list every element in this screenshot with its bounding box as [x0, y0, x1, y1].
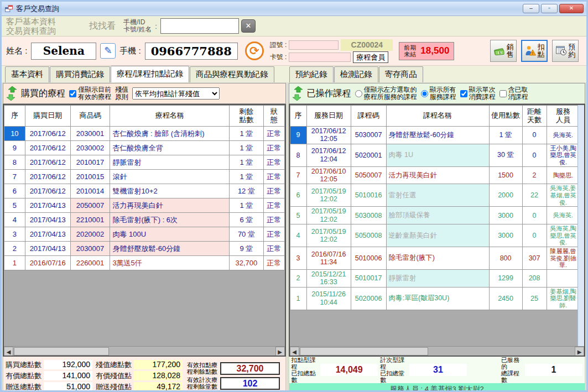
refresh-icon[interactable]: ⟳: [245, 41, 264, 60]
money-icon: $: [493, 45, 506, 57]
tab-stored-products[interactable]: 寄存商品: [379, 66, 423, 82]
total-label: 購買總點數: [6, 360, 41, 370]
residual-label: 有價殘值點: [96, 371, 132, 381]
search-bar: 客戶基本資料 交易資料查詢 找找看 手機/ID 卡號/姓名 : ✕: [2, 16, 586, 36]
purchased-courses-table: 序 購買日期 商品碼 療程名稱 剩餘 點數 狀 態 10 2017/06/12 …: [4, 105, 285, 270]
tab-product-course-changes[interactable]: 商品與療程異動紀錄: [190, 66, 274, 82]
table-row[interactable]: 1 2015/11/26 10:44 5020006 肉毒:單區(皺眉30U) …: [290, 287, 580, 310]
deducted-sessions-label: 計次型課程 已扣總堂數: [380, 357, 407, 383]
col-header-course-name: 療程名稱: [110, 106, 230, 127]
table-row[interactable]: 4 2017/04/13 2210001 除毛雷射(腋下) : 6次 6 堂 正…: [4, 213, 285, 227]
deduction-summary-row: 扣點型課程 已扣總點數 14,049 計次型課程 已扣總堂數 31 已服務的 總…: [289, 357, 585, 383]
phone-field[interactable]: [145, 43, 238, 60]
purchased-courses-panel: 購買的療程 僅顯示目前 有效的療程 殘值 原則 依平均扣點計算殘值 序 購買: [3, 83, 286, 392]
clear-search-icon[interactable]: ✕: [241, 19, 256, 33]
table-row[interactable]: 1 2016/07/16 2260001 3萬送5仟 32,700 正常: [4, 256, 285, 270]
scrollbar-thumb[interactable]: [14, 347, 109, 356]
table-row[interactable]: 8 2017/06/12 12:04 5020001 肉毒 1U 30 堂 0 …: [290, 144, 580, 166]
residual-totals: 殘值總點數 177,200 有價殘值點 128,028 贈送殘值點 49,172: [96, 360, 183, 392]
tab-basic-info[interactable]: 基本資料: [5, 66, 49, 82]
table-row[interactable]: 5 2017/04/13 2050007 活力再現美白針 1 堂 正常: [4, 198, 285, 213]
show-single-session-checkbox[interactable]: [460, 90, 467, 97]
residual-label: 贈送殘值點: [96, 382, 132, 392]
deduct-points-button[interactable]: ! 扣 點: [521, 40, 548, 62]
edit-icon[interactable]: ✎: [100, 43, 116, 59]
total-label: 贈送總點數: [6, 382, 41, 392]
residual-value: 49,172: [134, 382, 183, 391]
left-horizontal-scrollbar[interactable]: ◀ ▶: [4, 346, 285, 356]
right-panel-title: 已操作課程: [307, 88, 351, 100]
served-courses-label: 已服務的 總課程數: [501, 357, 523, 383]
scroll-left-icon[interactable]: ◀: [4, 347, 13, 356]
include-cancelled-checkbox[interactable]: [499, 90, 507, 97]
operated-courses-grid: 序 服務日期 課程碼 課程名稱 使用點數 距離 天數 服務 人員 9 2017/…: [289, 104, 585, 357]
query-title: 客戶基本資料 交易資料查詢: [6, 17, 56, 36]
window-title: 客戶交易查詢: [16, 4, 521, 14]
card-field[interactable]: [289, 53, 351, 62]
member-code: CZ00024: [341, 39, 393, 51]
table-row[interactable]: 8 2017/06/12 2010017 靜脈雷射 1 堂 正常: [4, 155, 285, 170]
show-selected-courses-label: 僅顯示左方選取的 療程所服務的課程: [364, 86, 417, 101]
show-selected-courses-radio[interactable]: [355, 90, 362, 97]
deducted-sessions-value: 31: [409, 364, 467, 376]
right-horizontal-scrollbar[interactable]: ◀ ▶: [290, 346, 584, 356]
scroll-right-icon[interactable]: ▶: [275, 347, 285, 356]
find-label: 找找看: [89, 20, 116, 32]
table-row[interactable]: 4 2017/05/19 12:02 5050008 逆齡童顏美白針 3000 …: [290, 224, 580, 247]
id-card-block: 證號 : CZ00024 卡號 : 療程會員: [270, 39, 393, 62]
table-row[interactable]: 6 2017/06/12 2010014 雙機雷射10+2 12 堂 正常: [4, 184, 285, 198]
sale-button[interactable]: $ 銷 售: [490, 40, 517, 62]
tab-bar: 基本資料 購買消費記錄 療程/課程扣點記錄 商品與療程異動紀錄 預約紀錄 檢測記…: [2, 66, 586, 82]
table-row[interactable]: 5 2017/05/19 12:02 5030008 臉部頂級保養 3000 0…: [290, 207, 580, 224]
left-panel-title: 購買的療程: [21, 88, 65, 100]
table-header-row: 序 購買日期 商品碼 療程名稱 剩餘 點數 狀 態: [4, 106, 285, 127]
table-row[interactable]: 10 2017/06/12 2030001 杏仁酸煥膚 : 臉部 (含清粉刺) …: [4, 127, 285, 141]
scrollbar-thumb[interactable]: [300, 347, 428, 356]
customer-bar: 姓名 : ✎ 手機 : ⟳ 證號 : CZ00024 卡號 : 療程會員 前期 …: [2, 36, 586, 66]
table-row[interactable]: 6 2017/05/19 12:02 5010016 雷射任選 2000 22 …: [290, 184, 580, 207]
col-header-remaining-points: 剩餘 點數: [230, 106, 264, 127]
table-row[interactable]: 7 2017/06/10 12:05 5050007 活力再現美白針 1500 …: [290, 166, 580, 184]
col-header-seq: 序: [290, 106, 306, 127]
only-valid-courses-label: 僅顯示目前 有效的療程: [78, 86, 111, 101]
table-row[interactable]: 2 2015/12/21 16:33 5010017 靜脈雷射 1299 208: [290, 269, 580, 287]
total-label: 有價總點數: [6, 371, 41, 381]
purchased-courses-grid: 序 購買日期 商品碼 療程名稱 剩餘 點數 狀 態 10 2017/06/12 …: [3, 104, 286, 357]
id-field[interactable]: [289, 40, 339, 50]
tab-test-records[interactable]: 檢測記錄: [334, 66, 378, 82]
table-row[interactable]: 3 2016/07/16 11:34 5010006 除毛雷射(腋下) 800 …: [290, 247, 580, 270]
phone-label: 手機 :: [119, 46, 141, 56]
previous-unsettled-label: 前期 未結: [404, 44, 416, 58]
show-all-courses-radio[interactable]: [421, 90, 428, 97]
transfer-arrows-icon: [292, 86, 303, 101]
only-valid-courses-checkbox[interactable]: [69, 90, 76, 97]
deducted-points-label: 扣點型課程 已扣總點數: [292, 357, 319, 383]
table-row[interactable]: 9 2017/06/12 12:05 5030007 身體舒壓放鬆-60分鐘 1…: [290, 127, 580, 144]
tab-purchase-records[interactable]: 購買消費記錄: [50, 66, 110, 82]
remaining-points-value: 32,700: [220, 362, 280, 375]
right-vertical-scrollbar[interactable]: [577, 105, 584, 346]
maximize-button[interactable]: ▫: [541, 4, 558, 13]
card-label: 卡號 :: [270, 53, 287, 62]
remaining-sessions-value: 102: [220, 377, 280, 390]
scroll-left-icon[interactable]: ◀: [290, 347, 299, 356]
tab-booking-records[interactable]: 預約紀錄: [289, 66, 334, 82]
tab-course-deduction-records[interactable]: 療程/課程扣點記錄: [111, 66, 189, 83]
table-row[interactable]: 2 2017/04/13 2030007 身體舒壓放鬆-60分鐘 9 堂 正常: [4, 242, 285, 256]
residual-label: 殘值總點數: [96, 360, 132, 370]
table-row[interactable]: 9 2017/06/12 2030002 杏仁酸煥膚全背 1 堂 正常: [4, 141, 285, 155]
residual-principle-select[interactable]: 依平均扣點計算殘值: [132, 87, 220, 100]
name-field[interactable]: [31, 43, 96, 60]
residual-value: 128,028: [134, 371, 183, 380]
calendar-clock-icon: [555, 45, 568, 57]
table-row[interactable]: 3 2017/04/13 2020002 肉毒 100U 70 堂 正常: [4, 227, 285, 242]
table-row[interactable]: 7 2017/06/12 2010015 滾針 1 堂 正常: [4, 170, 285, 184]
close-button[interactable]: ✕: [559, 4, 584, 13]
title-bar: 客戶交易查詢 – ▫ ✕: [2, 2, 586, 16]
minimize-button[interactable]: –: [523, 4, 539, 13]
operated-courses-table: 序 服務日期 課程碼 課程名稱 使用點數 距離 天數 服務 人員 9 2017/…: [290, 105, 580, 310]
booking-button[interactable]: 預 約: [552, 40, 579, 62]
col-header-staff: 服務 人員: [547, 106, 580, 127]
search-input[interactable]: [160, 18, 239, 34]
scroll-right-icon[interactable]: ▶: [575, 347, 584, 356]
